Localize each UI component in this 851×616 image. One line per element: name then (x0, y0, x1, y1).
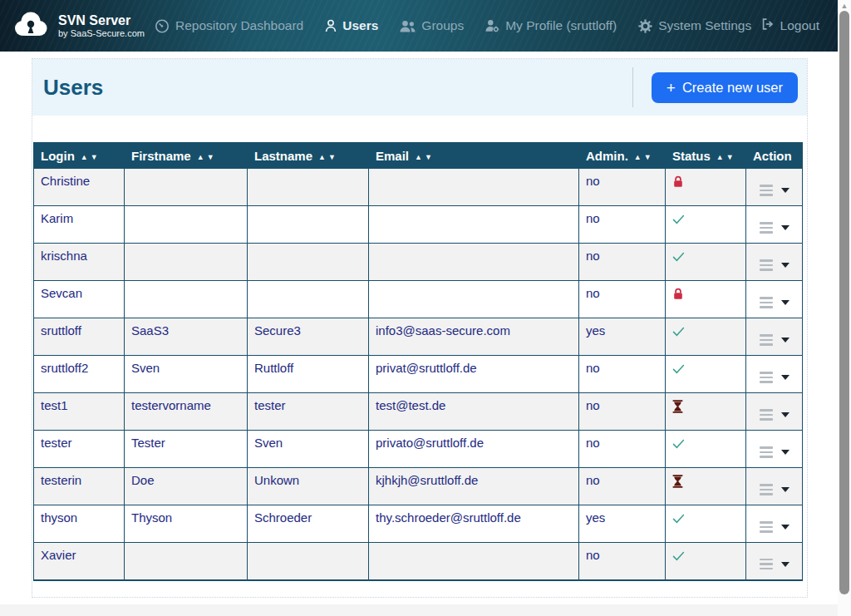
cell-lastname (248, 244, 369, 281)
page-title: Users (32, 75, 632, 101)
cell-action (746, 318, 803, 356)
cell-lastname: tester (248, 393, 369, 431)
sort-asc-icon: ▲ (81, 153, 91, 161)
users-icon (400, 20, 416, 32)
header-divider (632, 67, 633, 107)
create-new-user-button[interactable]: + Create new user (652, 72, 798, 103)
content-container: Users + Create new user Login▲▼Firstname… (32, 58, 808, 598)
row-action-menu-button[interactable] (758, 555, 791, 574)
cell-action (746, 468, 803, 505)
cell-email (369, 543, 579, 580)
row-action-menu-button[interactable] (758, 331, 791, 349)
cell-lastname: Unkown (248, 468, 369, 505)
column-header-admin[interactable]: Admin.▲▼ (579, 143, 666, 169)
hamburger-menu-icon (760, 372, 773, 383)
nav-item-users[interactable]: Users (325, 18, 378, 33)
cell-firstname: Tester (125, 431, 248, 468)
chevron-down-icon (781, 525, 790, 530)
brand-title: SVN Server (58, 13, 145, 28)
sort-asc-icon: ▲ (318, 153, 328, 161)
sort-desc-icon: ▼ (207, 153, 217, 161)
row-action-menu-button[interactable] (758, 181, 791, 200)
users-table: Login▲▼Firstname▲▼Lastname▲▼Email▲▼Admin… (33, 142, 803, 581)
page-header: Users + Create new user (32, 59, 807, 116)
hamburger-menu-icon (760, 297, 773, 308)
cell-firstname (125, 169, 248, 206)
nav-item-repository-dashboard[interactable]: Repository Dashboard (155, 18, 303, 33)
nav-item-groups[interactable]: Groups (400, 18, 464, 33)
check-icon (672, 362, 685, 377)
chevron-down-icon (781, 375, 790, 380)
table-row: testerTesterSvenprivato@sruttloff.deno (34, 431, 803, 468)
logout-label: Logout (780, 18, 819, 33)
sort-desc-icon: ▼ (726, 153, 736, 161)
column-header-firstname[interactable]: Firstname▲▼ (125, 143, 248, 169)
column-header-status[interactable]: Status▲▼ (666, 143, 746, 169)
hourglass-icon (672, 475, 683, 490)
cell-firstname (125, 206, 248, 244)
chevron-down-icon (781, 412, 790, 417)
nav-item-my-profile-sruttloff[interactable]: My Profile (sruttloff) (485, 18, 617, 33)
cell-admin: no (579, 281, 666, 318)
cell-firstname (125, 244, 248, 281)
scrollbar-up-icon[interactable]: ▲ (838, 1, 851, 11)
brand[interactable]: SVN Server by SaaS-Secure.com (0, 9, 150, 42)
cell-login: krischna (34, 244, 125, 281)
cell-status (666, 169, 746, 206)
scrollbar-thumb[interactable] (839, 11, 849, 594)
nav-item-logout[interactable]: Logout (761, 0, 819, 52)
column-header-login[interactable]: Login▲▼ (34, 143, 125, 169)
chevron-down-icon (781, 225, 790, 230)
column-header-action: Action (746, 143, 803, 169)
column-header-email[interactable]: Email▲▼ (369, 143, 579, 169)
table-row: sruttloffSaaS3Secure3info3@saas-secure.c… (34, 318, 803, 356)
cell-admin: no (579, 169, 666, 206)
cell-status (666, 543, 746, 580)
cell-lastname: Schroeder (248, 505, 369, 543)
hamburger-menu-icon (760, 185, 773, 196)
cell-action (746, 281, 803, 318)
cell-lastname (248, 169, 369, 206)
nav-item-label: System Settings (658, 18, 751, 33)
cell-email: kjhkjh@sruttloff.de (369, 468, 579, 505)
nav-item-label: Groups (421, 18, 464, 33)
row-action-menu-button[interactable] (758, 368, 791, 387)
cell-action (746, 206, 803, 244)
table-row: krischnano (34, 244, 803, 281)
cell-admin: yes (579, 318, 666, 356)
row-action-menu-button[interactable] (758, 443, 791, 461)
cell-lastname: Ruttloff (248, 356, 369, 393)
hamburger-menu-icon (760, 446, 773, 458)
hourglass-icon (672, 400, 683, 416)
column-header-lastname[interactable]: Lastname▲▼ (248, 143, 369, 169)
column-label: Action (753, 149, 792, 163)
row-action-menu-button[interactable] (758, 256, 791, 274)
row-action-menu-button[interactable] (758, 293, 791, 312)
cell-email (369, 206, 579, 244)
sort-asc-icon: ▲ (634, 153, 644, 161)
table-header-row: Login▲▼Firstname▲▼Lastname▲▼Email▲▼Admin… (34, 143, 803, 169)
cell-action (746, 244, 803, 281)
cell-status (666, 468, 746, 505)
row-action-menu-button[interactable] (758, 406, 791, 424)
sort-desc-icon: ▼ (328, 153, 338, 161)
cell-firstname (125, 281, 248, 318)
check-icon (672, 325, 685, 339)
column-label: Admin. (586, 149, 628, 163)
cell-admin: no (579, 356, 666, 393)
check-icon (672, 437, 685, 451)
column-label: Login (41, 149, 75, 163)
chevron-down-icon (781, 450, 790, 455)
cell-action (746, 543, 803, 580)
page-scrollbar[interactable]: ▲ (838, 0, 851, 616)
column-label: Status (672, 149, 711, 163)
cell-lastname: Sven (248, 431, 369, 468)
cell-firstname: Sven (125, 356, 248, 393)
user-gear-icon (485, 19, 499, 32)
dashboard-icon (155, 19, 170, 33)
row-action-menu-button[interactable] (758, 480, 791, 499)
cell-email: thy.schroeder@sruttloff.de (369, 505, 579, 543)
row-action-menu-button[interactable] (758, 518, 791, 536)
row-action-menu-button[interactable] (758, 219, 791, 237)
nav-item-system-settings[interactable]: System Settings (638, 18, 751, 33)
